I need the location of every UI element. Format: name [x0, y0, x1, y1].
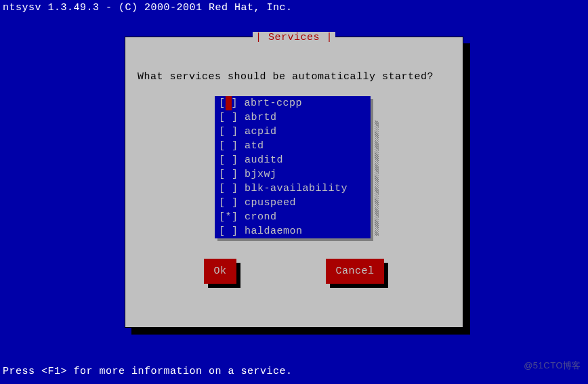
- watermark: @51CTO博客: [524, 360, 581, 372]
- ok-button[interactable]: Ok: [204, 259, 236, 284]
- services-listbox[interactable]: [_] abrt-ccpp[ ] abrtd[ ] acpid[ ] atd[ …: [215, 96, 373, 238]
- service-item[interactable]: [*] crond: [215, 210, 371, 224]
- cancel-button[interactable]: Cancel: [326, 259, 383, 284]
- service-item[interactable]: [ ] atd: [215, 139, 371, 153]
- cursor-icon: _: [226, 96, 232, 110]
- service-item[interactable]: [ ] haldaemon: [215, 224, 371, 238]
- service-item[interactable]: [ ] bjxwj: [215, 167, 371, 182]
- service-item[interactable]: [ ] abrtd: [215, 110, 371, 125]
- service-item[interactable]: [ ] blk-availability: [215, 182, 371, 196]
- button-row: Ok Cancel: [125, 238, 463, 284]
- services-dialog: | Services | What services should be aut…: [125, 37, 463, 328]
- footer-help: Press <F1> for more information on a ser…: [3, 366, 293, 377]
- services-dialog-container: | Services | What services should be aut…: [125, 37, 463, 328]
- service-item[interactable]: [ ] cpuspeed: [215, 196, 371, 210]
- scroll-track[interactable]: [375, 121, 379, 236]
- dialog-prompt: What services should be automatically st…: [125, 37, 463, 96]
- service-item[interactable]: [ ] auditd: [215, 153, 371, 167]
- app-header: ntsysv 1.3.49.3 - (C) 2000-2001 Red Hat,…: [0, 0, 588, 16]
- service-item[interactable]: [_] abrt-ccpp: [215, 96, 371, 110]
- listbox-inner: [_] abrt-ccpp[ ] abrtd[ ] acpid[ ] atd[ …: [215, 96, 371, 238]
- scroll-thumb[interactable]: [375, 108, 379, 121]
- dialog-title: | Services |: [253, 32, 335, 43]
- service-item[interactable]: [ ] acpid: [215, 125, 371, 139]
- scrollbar[interactable]: [375, 108, 379, 236]
